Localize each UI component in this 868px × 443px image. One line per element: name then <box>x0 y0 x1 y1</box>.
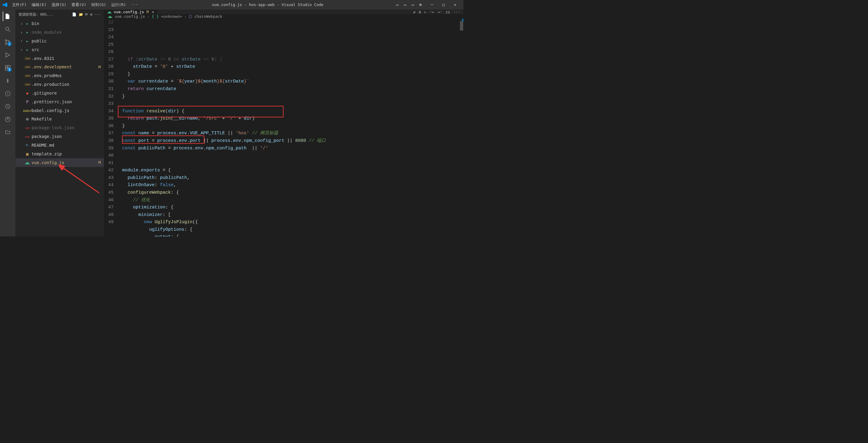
markdown-icon: M↓ <box>26 144 29 147</box>
file-item[interactable]: M↓README.md <box>16 141 104 150</box>
file-item[interactable]: babelbabel.config.js <box>16 106 104 115</box>
more-icon[interactable]: ··· <box>95 12 101 16</box>
close-button[interactable]: ✕ <box>450 0 461 10</box>
menu-file[interactable]: 文件(F) <box>10 1 29 8</box>
folder-item[interactable]: ›▸src <box>16 45 104 54</box>
code-line[interactable]: var currentdate = `${year}${month}${strD… <box>119 78 464 85</box>
activity-time[interactable] <box>3 101 13 111</box>
activity-extensions[interactable]: 9 <box>3 63 13 73</box>
file-item[interactable]: .env.env.prodHos <box>16 71 104 80</box>
code-line[interactable]: const name = process.env.VUE_APP_TITLE |… <box>119 130 464 137</box>
activity-profile[interactable] <box>3 114 13 124</box>
activity-folder[interactable] <box>3 127 13 137</box>
panel-left-icon[interactable]: ▭ <box>395 2 400 7</box>
panel-right-icon[interactable]: ▭ <box>410 2 415 7</box>
layout-grid-icon[interactable]: ⊞ <box>418 2 423 7</box>
code-line[interactable]: function resolve(dir) { <box>119 107 464 115</box>
breadcrumb-file[interactable]: vue.config.js <box>115 14 145 19</box>
code-line[interactable] <box>119 159 464 167</box>
code-line[interactable]: uglifyOptions: { <box>119 226 464 233</box>
scrollbar-thumb[interactable] <box>460 21 463 30</box>
explorer-header: 资源管理器: HOS... 📄 📁 ⟳ ⊟ ··· <box>16 10 104 19</box>
code-line[interactable]: strDate = '0' + strDate <box>119 63 464 70</box>
run-icon[interactable]: ▹ <box>424 10 427 14</box>
file-item[interactable]: ◆.gitignore <box>16 89 104 98</box>
split-icon[interactable]: ▯▯ <box>445 10 450 14</box>
compare-icon[interactable]: ⇅ <box>418 10 421 14</box>
code-line[interactable]: return path.join(__dirname, '/src' + '/'… <box>119 115 464 122</box>
menu-select[interactable]: 选择(S) <box>50 1 69 8</box>
line-number: 44 <box>104 181 114 189</box>
code-line[interactable]: optimization: { <box>119 204 464 211</box>
refresh-icon[interactable]: ⟳ <box>85 12 88 16</box>
maximize-button[interactable]: □ <box>438 0 449 10</box>
breadcrumb-part3[interactable]: chainWebpack <box>194 14 222 19</box>
code-editor[interactable]: 2223242526272829303132333435363738394041… <box>104 19 464 237</box>
file-item[interactable]: ⚙Makefile <box>16 115 104 124</box>
file-item[interactable]: ▦template.zip <box>16 150 104 159</box>
nav-left-icon[interactable]: ◦← <box>430 10 434 14</box>
chevron-right-icon: › <box>20 22 23 26</box>
file-item[interactable]: .env.env.production <box>16 80 104 89</box>
code-line[interactable]: minimizer: [ <box>119 211 464 219</box>
file-item[interactable]: .env.env.developmentM <box>16 63 104 71</box>
menu-goto[interactable]: 转到(G) <box>89 1 108 8</box>
nav-right-icon[interactable]: →◦ <box>438 10 442 14</box>
file-item[interactable]: .env.env.8321 <box>16 54 104 63</box>
file-item[interactable]: P.prettierrc.json <box>16 98 104 106</box>
folder-item[interactable]: ›▸bin <box>16 19 104 28</box>
svg-point-2 <box>5 40 7 41</box>
more-actions-icon[interactable]: ··· <box>453 10 460 14</box>
file-item[interactable]: npmpackage.json <box>16 132 104 141</box>
tab-vue-config[interactable]: ◢◣ vue.config.js M ✕ <box>104 10 158 14</box>
file-tree[interactable]: ›▸bin›▸node_modules›▸public›▸src.env.env… <box>16 19 104 236</box>
code-line[interactable] <box>119 152 464 159</box>
activity-thunder[interactable] <box>3 89 13 99</box>
history-icon[interactable]: ↺ <box>413 10 415 14</box>
code-line[interactable]: module.exports = { <box>119 167 464 174</box>
menu-edit[interactable]: 编辑(E) <box>30 1 49 8</box>
code-line[interactable] <box>119 100 464 107</box>
code-line[interactable]: } <box>119 93 464 100</box>
menu-view[interactable]: 查看(V) <box>69 1 89 8</box>
file-name: vue.config.js <box>32 160 64 165</box>
code-content[interactable]: if (strDate >= 0 && strDate <= 9) { strD… <box>118 19 464 237</box>
collapse-icon[interactable]: ⊟ <box>90 12 93 16</box>
folder-icon: ▸ <box>25 39 30 43</box>
file-name: .prettierrc.json <box>32 99 72 104</box>
code-line[interactable]: if (strDate >= 0 && strDate <= 9) { <box>119 56 464 63</box>
panel-bottom-icon[interactable]: ▭ <box>403 2 407 7</box>
vertical-scrollbar[interactable] <box>460 19 464 237</box>
code-line[interactable]: return currentdate <box>119 85 464 93</box>
activity-search[interactable] <box>3 24 13 34</box>
code-line[interactable]: } <box>119 122 464 130</box>
folder-item[interactable]: ›▸public <box>16 37 104 45</box>
file-item[interactable]: ◢◣vue.config.jsM <box>16 158 104 167</box>
new-file-icon[interactable]: 📄 <box>72 12 76 16</box>
code-line[interactable]: // 优化 <box>119 196 464 204</box>
new-folder-icon[interactable]: 📁 <box>79 12 83 16</box>
line-number: 23 <box>104 26 114 34</box>
file-item[interactable]: npmpackage-lock.json <box>16 124 104 132</box>
breadcrumb-part2[interactable]: <unknown> <box>161 14 182 19</box>
folder-item[interactable]: ›▸node_modules <box>16 28 104 37</box>
code-line[interactable]: output: { <box>119 233 464 236</box>
activity-debug[interactable] <box>3 50 13 60</box>
activity-scm[interactable]: 2 <box>3 37 13 47</box>
code-line[interactable]: lintOnSave: false, <box>119 181 464 189</box>
code-line[interactable]: const publicPath = process.env.npm_confi… <box>119 144 464 152</box>
menu-more[interactable]: ··· <box>129 1 140 8</box>
breadcrumb[interactable]: ◢◣ vue.config.js › { } <unknown> › ⬡ cha… <box>104 14 464 19</box>
code-line[interactable]: configureWebpack: { <box>119 189 464 196</box>
menu-run[interactable]: 运行(R) <box>109 1 128 8</box>
minimize-button[interactable]: ─ <box>426 0 438 10</box>
code-line[interactable]: } <box>119 70 464 78</box>
code-line[interactable]: publicPath: publicPath, <box>119 174 464 181</box>
tab-close-icon[interactable]: ✕ <box>152 10 154 14</box>
file-name: README.md <box>32 143 54 147</box>
activity-explorer[interactable] <box>3 11 12 21</box>
activity-mongo[interactable] <box>3 76 13 86</box>
file-name: Makefile <box>32 117 52 122</box>
code-line[interactable]: const port = process.env.port || process… <box>119 137 464 144</box>
code-line[interactable]: new UglifyJsPlugin({ <box>119 218 464 226</box>
